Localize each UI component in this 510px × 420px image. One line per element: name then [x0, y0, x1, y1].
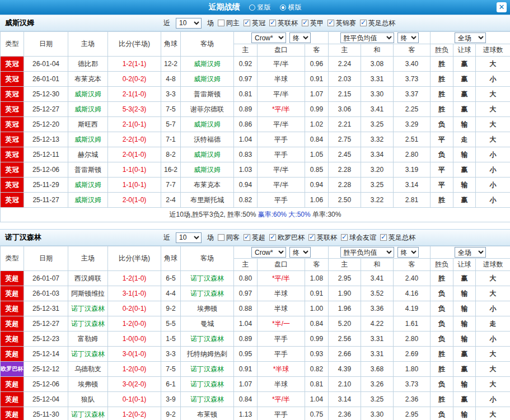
away-team[interactable]: 诺丁汉森林: [181, 286, 234, 301]
checkbox-checked-icon[interactable]: [244, 20, 250, 26]
radio-selected-icon[interactable]: [280, 4, 286, 11]
away-team[interactable]: 曼城: [181, 316, 234, 332]
eu-away-odds: 4.19: [394, 301, 431, 316]
checkbox-checked-icon[interactable]: [302, 20, 308, 26]
home-team[interactable]: 诺丁汉森林: [68, 407, 108, 420]
competition-filter[interactable]: 同主: [218, 18, 240, 28]
match-row: 英冠25-11-29威斯汉姆1-1(0-1)7-7布莱克本0.94平/半0.94…: [1, 178, 510, 193]
checkbox-unchecked-icon[interactable]: [218, 234, 224, 241]
radio-unselected-icon[interactable]: [249, 4, 255, 11]
layout-vertical-radio[interactable]: 竖版: [249, 3, 271, 12]
result-outcome: 胜: [431, 392, 453, 407]
layout-horizontal-radio[interactable]: 横版: [280, 3, 302, 12]
ah-away-odds: 0.84: [305, 132, 329, 147]
league-badge: 英冠: [1, 162, 24, 178]
away-team[interactable]: 诺丁汉森林: [181, 377, 234, 392]
home-team[interactable]: 阿斯顿维拉: [68, 286, 108, 301]
away-team[interactable]: 诺丁汉森林: [181, 362, 234, 377]
competition-filter[interactable]: 英联杯: [269, 18, 298, 28]
avg-final-select[interactable]: 终: [397, 32, 419, 43]
home-team[interactable]: 威斯汉姆: [68, 178, 108, 193]
corners: 6-5: [161, 271, 181, 286]
titlebar: 近期战绩 竖版 横版 ✕: [0, 0, 510, 15]
checkbox-checked-icon[interactable]: [269, 234, 276, 241]
competition-filter[interactable]: 球会友谊: [341, 233, 376, 242]
bookmaker-select[interactable]: Crow*: [251, 247, 286, 258]
home-team[interactable]: 威斯汉姆: [68, 132, 108, 147]
bookmaker-final-select[interactable]: 终: [289, 32, 311, 43]
home-team[interactable]: 诺丁汉森林: [68, 316, 108, 332]
column-subheader: 和: [361, 44, 394, 57]
away-team[interactable]: 普雷斯顿: [181, 87, 234, 102]
competition-filter[interactable]: 英足总杯: [380, 233, 415, 242]
checkbox-checked-icon[interactable]: [327, 20, 334, 26]
home-team[interactable]: 斯旺西: [68, 117, 108, 132]
home-team[interactable]: 诺丁汉森林: [68, 347, 108, 362]
away-team[interactable]: 埃弗顿: [181, 301, 234, 316]
column-header: 比分(半场): [108, 246, 161, 271]
scope-select[interactable]: 全场: [455, 32, 486, 43]
checkbox-checked-icon[interactable]: [360, 20, 367, 26]
away-team[interactable]: 诺丁汉森林: [181, 332, 234, 347]
home-team[interactable]: 乌德勒支: [68, 362, 108, 377]
home-team[interactable]: 德比郡: [68, 57, 108, 72]
eu-draw-odds: 3.68: [361, 362, 394, 377]
away-team[interactable]: 威斯汉姆: [181, 162, 234, 178]
competition-filter[interactable]: 英锦赛: [327, 18, 356, 28]
competition-filter[interactable]: 英冠: [244, 18, 265, 28]
competition-filter[interactable]: 英联杯: [308, 233, 337, 242]
checkbox-checked-icon[interactable]: [380, 234, 387, 241]
away-team[interactable]: 托特纳姆热刺: [181, 347, 234, 362]
close-icon[interactable]: ✕: [497, 2, 507, 12]
checkbox-unchecked-icon[interactable]: [218, 20, 224, 26]
home-team[interactable]: 威斯汉姆: [68, 102, 108, 117]
match-row: 英超25-12-23富勒姆1-0(0-0)1-5诺丁汉森林0.89平手0.992…: [1, 332, 510, 347]
home-team[interactable]: 富勒姆: [68, 332, 108, 347]
home-team[interactable]: 诺丁汉森林: [68, 301, 108, 316]
recent-count-select[interactable]: 10: [176, 232, 202, 243]
competition-filter[interactable]: 欧罗巴杯: [269, 233, 305, 242]
competition-filter[interactable]: 英甲: [302, 18, 324, 28]
away-team[interactable]: 威斯汉姆: [181, 72, 234, 87]
away-team[interactable]: 诺丁汉森林: [181, 271, 234, 286]
away-team[interactable]: 威斯汉姆: [181, 117, 234, 132]
checkbox-checked-icon[interactable]: [244, 234, 250, 241]
away-team[interactable]: 布里斯托城: [181, 193, 234, 208]
away-team[interactable]: 布莱顿: [181, 407, 234, 420]
bookmaker-final-select[interactable]: 终: [289, 247, 311, 258]
competition-filter[interactable]: 同客: [218, 233, 240, 242]
away-team[interactable]: 诺丁汉森林: [181, 392, 234, 407]
corners: 3-9: [161, 392, 181, 407]
scope-select[interactable]: 全场: [455, 247, 486, 258]
home-team[interactable]: 普雷斯顿: [68, 162, 108, 178]
checkbox-checked-icon[interactable]: [308, 234, 315, 241]
avg-odds-select[interactable]: 胜平负均值: [340, 247, 394, 258]
away-team[interactable]: 沃特福德: [181, 132, 234, 147]
checkbox-checked-icon[interactable]: [341, 234, 348, 241]
home-team[interactable]: 西汉姆联: [68, 271, 108, 286]
recent-count-select[interactable]: 10: [176, 18, 202, 29]
eu-away-odds: 1.61: [394, 316, 431, 332]
filter-label: 欧罗巴杯: [278, 233, 305, 242]
away-team[interactable]: 威斯汉姆: [181, 147, 234, 162]
home-team[interactable]: 赫尔城: [68, 147, 108, 162]
ah-away-odds: 0.81: [305, 377, 329, 392]
home-team[interactable]: 狼队: [68, 392, 108, 407]
eu-home-odds: 2.24: [329, 57, 361, 72]
away-team[interactable]: 谢菲尔德联: [181, 102, 234, 117]
checkbox-checked-icon[interactable]: [269, 20, 276, 26]
corners: 7-5: [161, 102, 181, 117]
home-team[interactable]: 威斯汉姆: [68, 193, 108, 208]
result-outcome: 平: [431, 178, 453, 193]
avg-final-select[interactable]: 终: [397, 247, 419, 258]
bookmaker-select[interactable]: Crow*: [251, 32, 286, 43]
away-team[interactable]: 布莱克本: [181, 178, 234, 193]
away-team[interactable]: 威斯汉姆: [181, 57, 234, 72]
competition-filter[interactable]: 英足总杯: [360, 18, 395, 28]
home-team[interactable]: 威斯汉姆: [68, 87, 108, 102]
match-row: 欧罗巴杯25-12-12乌德勒支1-2(0-0)7-5诺丁汉森林0.91*半球0…: [1, 362, 510, 377]
avg-odds-select[interactable]: 胜平负均值: [340, 32, 394, 43]
competition-filter[interactable]: 英超: [244, 233, 265, 242]
home-team[interactable]: 布莱克本: [68, 72, 108, 87]
home-team[interactable]: 埃弗顿: [68, 377, 108, 392]
